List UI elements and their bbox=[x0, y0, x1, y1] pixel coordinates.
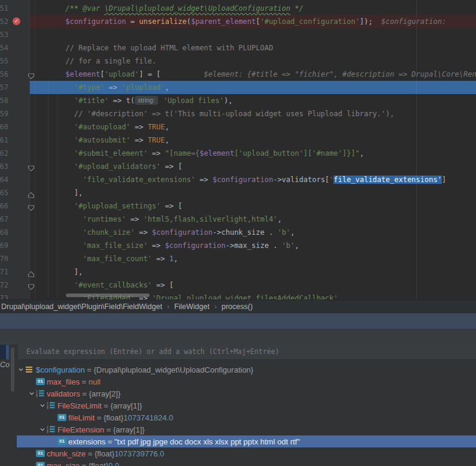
code-line-56[interactable]: 56 $element['upload'] = [ $element: {#ti… bbox=[0, 68, 476, 81]
line-number[interactable]: 61 bbox=[0, 134, 8, 147]
line-number[interactable]: 56 bbox=[0, 68, 8, 81]
code-line-52[interactable]: 52✓ $configuration = unserialize($parent… bbox=[0, 15, 476, 28]
line-number[interactable]: 63 bbox=[0, 160, 8, 173]
line-number[interactable]: 51 bbox=[0, 2, 8, 15]
watch-row-fileLimit[interactable]: 01fileLimit = {float} 1073741824.0 bbox=[17, 411, 476, 423]
horizontal-scrollbar-thumb[interactable] bbox=[66, 293, 150, 297]
watch-row-FileExtension[interactable]: 123FileExtension = {array[1]} bbox=[17, 423, 476, 435]
watch-row-extensions[interactable]: 01extensions = "txt pdf jpg jpge doc doc… bbox=[17, 435, 476, 447]
code-line-58[interactable]: 58 '#title' => t(string: 'Upload files')… bbox=[0, 94, 476, 107]
code-line-64[interactable]: 64 'file_validate_extensions' => $config… bbox=[0, 173, 476, 186]
code-line-54[interactable]: 54 // Replace the upload HTML element wi… bbox=[0, 41, 476, 55]
code-text: 'chunk_size' => $configuration->chunk_si… bbox=[40, 226, 295, 239]
watch-name: $configuration bbox=[36, 365, 85, 374]
line-number[interactable]: 66 bbox=[0, 199, 8, 213]
code-line-60[interactable]: 60 '#autoupload' => TRUE, bbox=[0, 120, 476, 134]
code-line-61[interactable]: 61 '#autosubmit' => TRUE, bbox=[0, 134, 476, 147]
line-number[interactable]: 53 bbox=[0, 28, 8, 41]
breadcrumb-item[interactable]: Drupal\plupload_widget\Plugin\Field\Fiel… bbox=[1, 302, 162, 311]
code-line-57[interactable]: 57 '#type' => 'plupload', bbox=[0, 81, 476, 94]
code-line-62[interactable]: 62 '#submit_element' => "[name={$element… bbox=[0, 147, 476, 160]
evaluate-expression-input[interactable]: Evaluate expression (Entrée) or add a wa… bbox=[18, 344, 476, 360]
fold-open-icon[interactable] bbox=[28, 163, 35, 170]
breadcrumb-item[interactable]: process() bbox=[222, 302, 253, 311]
line-number[interactable]: 69 bbox=[0, 239, 8, 252]
equals-sign: = bbox=[104, 425, 113, 434]
code-token: unserialize bbox=[139, 17, 186, 26]
svg-text:3: 3 bbox=[47, 406, 48, 409]
watch-row-max_size[interactable]: 01max_size = {float} 0.0 bbox=[17, 459, 476, 466]
watch-row-FileSizeLimit[interactable]: 123FileSizeLimit = {array[1]} bbox=[17, 400, 476, 411]
line-number[interactable]: 65 bbox=[0, 186, 8, 199]
chevron-down-icon[interactable] bbox=[28, 389, 36, 398]
fold-close-icon[interactable] bbox=[28, 268, 35, 275]
code-token: '#title' bbox=[40, 96, 109, 105]
line-number[interactable]: 71 bbox=[0, 265, 8, 279]
code-text: 'max_file_count' => 1, bbox=[40, 252, 178, 265]
code-line-53[interactable]: 53 bbox=[0, 28, 476, 41]
line-number[interactable]: 60 bbox=[0, 120, 8, 134]
code-token: ]) bbox=[360, 17, 368, 26]
watches-scrollbar-thumb[interactable] bbox=[11, 347, 14, 392]
watch-row-validators[interactable]: 123validators = {array[2]} bbox=[17, 388, 476, 400]
chevron-down-icon[interactable] bbox=[38, 425, 47, 434]
line-number[interactable]: 72 bbox=[0, 279, 8, 292]
code-token: 'upload' bbox=[104, 70, 139, 78]
code-token: => bbox=[109, 96, 126, 105]
watch-row-chunk_size[interactable]: 01chunk_size = {float} 1073739776.0 bbox=[17, 447, 476, 459]
chevron-down-icon[interactable] bbox=[38, 401, 47, 410]
code-editor[interactable]: 51 /** @var \Drupal\plupload_widget\Uplo… bbox=[0, 0, 476, 299]
line-number[interactable]: 59 bbox=[0, 107, 8, 120]
watch-row-max_files[interactable]: 01max_files = null bbox=[17, 376, 476, 388]
breadcrumb-item[interactable]: FileWidget bbox=[174, 302, 210, 311]
line-number[interactable]: 54 bbox=[0, 41, 8, 55]
code-line-51[interactable]: 51 /** @var \Drupal\plupload_widget\Uplo… bbox=[0, 2, 476, 15]
watch-row-configuration[interactable]: $configuration = {Drupal\plupload_widget… bbox=[17, 364, 476, 376]
line-number[interactable]: 64 bbox=[0, 173, 8, 186]
line-number[interactable]: 67 bbox=[0, 213, 8, 226]
code-token: $element bbox=[65, 70, 100, 78]
breakpoint-icon[interactable]: ✓ bbox=[13, 17, 20, 25]
code-line-71[interactable]: 71 ], bbox=[0, 265, 476, 279]
code-token: , bbox=[78, 189, 83, 197]
fold-open-icon[interactable] bbox=[28, 282, 35, 288]
code-token: [ bbox=[178, 202, 182, 210]
code-token: => bbox=[104, 83, 122, 92]
fold-column-separator bbox=[35, 0, 35, 299]
code-token: '#plupload_settings' bbox=[40, 202, 160, 210]
line-number[interactable]: 73 bbox=[0, 292, 8, 299]
code-line-55[interactable]: 55 // for a single file. bbox=[0, 55, 476, 68]
primitive-icon: 01 bbox=[57, 413, 68, 422]
line-number[interactable]: 62 bbox=[0, 147, 8, 160]
array-icon: 123 bbox=[36, 389, 47, 398]
fold-open-icon[interactable] bbox=[28, 202, 35, 209]
code-text: '#type' => 'plupload', bbox=[40, 81, 169, 94]
line-number[interactable]: 68 bbox=[0, 226, 8, 239]
code-line-59[interactable]: 59 // '#description' => t('This multi-up… bbox=[0, 107, 476, 120]
code-token: ['upload_button']['#name']}]" bbox=[234, 149, 360, 158]
line-number[interactable]: 52 bbox=[0, 15, 8, 28]
code-line-63[interactable]: 63 '#upload_validators' => [ bbox=[0, 160, 476, 173]
code-line-66[interactable]: 66 '#plupload_settings' => [ bbox=[0, 199, 476, 213]
fold-close-icon[interactable] bbox=[28, 189, 35, 196]
watch-type: {float} bbox=[89, 461, 108, 466]
code-token: \Drupal\plupload_widget\UploadConfigurat… bbox=[104, 4, 290, 13]
code-line-68[interactable]: 68 'chunk_size' => $configuration->chunk… bbox=[0, 226, 476, 239]
code-token: [ bbox=[325, 175, 329, 184]
code-line-72[interactable]: 72 '#event_callbacks' => [ bbox=[0, 279, 476, 292]
object-icon bbox=[25, 365, 36, 374]
code-line-67[interactable]: 67 'runtimes' => 'html5,flash,silverligh… bbox=[0, 213, 476, 226]
code-token: ] bbox=[442, 175, 446, 184]
code-line-65[interactable]: 65 ], bbox=[0, 186, 476, 199]
watch-type: {array[2]} bbox=[89, 389, 120, 398]
line-number[interactable]: 58 bbox=[0, 94, 8, 107]
code-token: => bbox=[152, 255, 169, 263]
code-line-69[interactable]: 69 'max_file_size' => $configuration->ma… bbox=[0, 239, 476, 252]
code-token: '#upload_configuration' bbox=[260, 17, 360, 26]
line-number[interactable]: 57 bbox=[0, 81, 8, 94]
fold-open-icon[interactable] bbox=[28, 71, 35, 77]
code-line-70[interactable]: 70 'max_file_count' => 1, bbox=[0, 252, 476, 265]
line-number[interactable]: 70 bbox=[0, 252, 8, 265]
chevron-down-icon[interactable] bbox=[17, 365, 25, 374]
line-number[interactable]: 55 bbox=[0, 55, 8, 68]
